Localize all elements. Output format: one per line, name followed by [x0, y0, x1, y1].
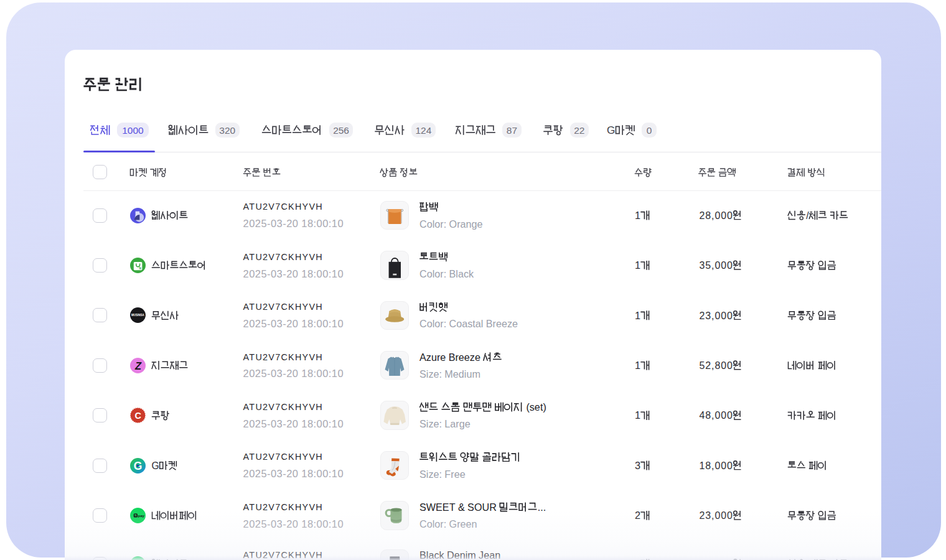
svg-text:/: /: [806, 210, 809, 221]
svg-text:1: 1: [635, 409, 640, 421]
svg-text:Color:: Color:: [419, 268, 446, 279]
svg-text:256: 256: [333, 125, 349, 136]
svg-text:124: 124: [416, 125, 432, 136]
svg-text:3: 3: [635, 460, 640, 471]
svg-text:48,000: 48,000: [700, 410, 733, 421]
svg-text:Free: Free: [444, 469, 465, 480]
svg-text:ATU2V7CKHYVH: ATU2V7CKHYVH: [243, 302, 323, 312]
svg-text:ATU2V7CKHYVH: ATU2V7CKHYVH: [243, 402, 323, 412]
svg-text:28,000: 28,000: [700, 210, 733, 221]
svg-text:Breeze: Breeze: [449, 352, 480, 363]
svg-text:Color:: Color:: [419, 218, 446, 230]
svg-text:87: 87: [507, 125, 517, 136]
svg-text:18:00:10: 18:00:10: [301, 318, 344, 329]
svg-text:Coastal: Coastal: [449, 318, 484, 329]
svg-text:0: 0: [647, 125, 652, 136]
svg-text:2025-03-20: 2025-03-20: [243, 218, 299, 229]
svg-text:18:00:10: 18:00:10: [301, 418, 344, 429]
svg-text:35,000: 35,000: [700, 260, 733, 271]
svg-text:18:00:10: 18:00:10: [301, 268, 344, 279]
svg-text:1: 1: [635, 360, 640, 371]
svg-text:ATU2V7CKHYVH: ATU2V7CKHYVH: [243, 202, 323, 212]
svg-text:Breeze: Breeze: [486, 318, 518, 329]
svg-text:Color:: Color:: [419, 318, 446, 329]
svg-text:1: 1: [635, 210, 640, 221]
svg-text:ATU2V7CKHYVH: ATU2V7CKHYVH: [243, 452, 323, 462]
svg-text:ATU2V7CKHYVH: ATU2V7CKHYVH: [243, 252, 323, 262]
svg-text:52,800: 52,800: [700, 360, 733, 371]
svg-text:(set): (set): [526, 401, 546, 413]
svg-text:Size:: Size:: [419, 418, 442, 429]
svg-text:2025-03-20: 2025-03-20: [243, 418, 299, 429]
svg-text:1: 1: [635, 310, 640, 321]
svg-text:18:00:10: 18:00:10: [301, 218, 344, 229]
svg-text:Size:: Size:: [419, 368, 442, 380]
svg-text:1: 1: [635, 259, 640, 271]
svg-text:Size:: Size:: [419, 469, 442, 480]
svg-text:2025-03-20: 2025-03-20: [243, 468, 299, 479]
svg-text:320: 320: [219, 125, 235, 136]
svg-text:18,000: 18,000: [700, 460, 733, 471]
svg-text:1000: 1000: [122, 125, 144, 136]
svg-text:2025-03-20: 2025-03-20: [243, 268, 299, 279]
svg-text:18:00:10: 18:00:10: [301, 368, 344, 379]
svg-text:Orange: Orange: [449, 218, 483, 230]
svg-text:2025-03-20: 2025-03-20: [243, 318, 299, 329]
svg-text:23,000: 23,000: [700, 310, 733, 321]
svg-text:22: 22: [574, 125, 584, 136]
svg-text:ATU2V7CKHYVH: ATU2V7CKHYVH: [243, 352, 323, 362]
svg-text:18:00:10: 18:00:10: [301, 468, 344, 479]
svg-text:G: G: [607, 124, 615, 136]
svg-text:2025-03-20: 2025-03-20: [243, 368, 299, 379]
svg-text:Medium: Medium: [444, 368, 480, 380]
svg-text:Large: Large: [444, 418, 470, 429]
svg-text:G: G: [152, 460, 159, 471]
svg-text:Azure: Azure: [419, 352, 446, 363]
svg-text:Black: Black: [449, 268, 474, 279]
